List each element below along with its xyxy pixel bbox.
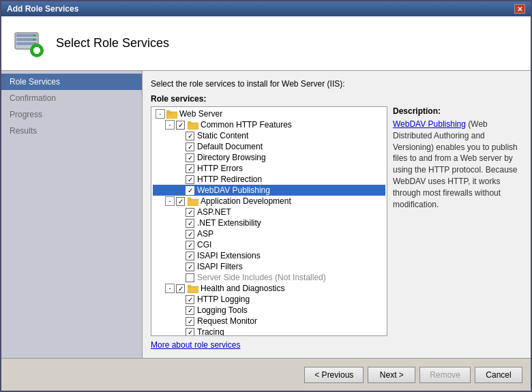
space-5 xyxy=(175,175,184,184)
checkbox-default-doc[interactable] xyxy=(186,142,194,151)
checkbox-cgi[interactable] xyxy=(186,241,194,250)
tree-item-isapi-filters[interactable]: ISAPI Filters xyxy=(153,261,385,272)
space-7 xyxy=(175,207,184,217)
tree-item-common-http[interactable]: - Common HTTP Features xyxy=(153,119,385,130)
expander-app-dev[interactable]: - xyxy=(165,196,175,206)
checkbox-http-redir[interactable] xyxy=(186,175,194,184)
space-4 xyxy=(175,164,184,173)
more-link-row: More about role services xyxy=(151,340,522,350)
checkbox-ssi[interactable] xyxy=(186,273,194,282)
description-panel: Description: WebDAV Publishing (Web Dist… xyxy=(393,106,522,336)
space-16 xyxy=(175,316,184,326)
expander-webserver[interactable]: - xyxy=(156,109,165,119)
remove-button[interactable]: Remove xyxy=(419,367,471,383)
tree-item-ssi[interactable]: Server Side Includes (Not Installed) xyxy=(153,272,385,283)
tree-item-isapi-ext[interactable]: ISAPI Extensions xyxy=(153,250,385,261)
more-about-link[interactable]: More about role services xyxy=(151,340,240,350)
space-10 xyxy=(175,240,184,250)
svg-rect-15 xyxy=(188,199,198,206)
checkbox-isapi-ext[interactable] xyxy=(186,252,194,260)
label-static-content: Static Content xyxy=(197,131,248,140)
svg-rect-18 xyxy=(188,285,191,287)
cancel-button[interactable]: Cancel xyxy=(475,367,522,383)
tree-item-health[interactable]: - Health and Diagnostics xyxy=(153,283,385,294)
tree-item-net-ext[interactable]: .NET Extensibility xyxy=(153,217,385,228)
description-content: WebDAV Publishing (Web Distributed Autho… xyxy=(393,119,522,210)
window-title: Add Role Services xyxy=(7,4,78,14)
label-http-logging: HTTP Logging xyxy=(197,295,250,304)
space-15 xyxy=(175,305,184,315)
checkbox-app-dev[interactable] xyxy=(176,197,185,206)
desc-body: (Web Distributed Authoring and Versionin… xyxy=(393,119,518,209)
space-12 xyxy=(175,262,184,271)
tree-panel[interactable]: - Web Server - Common HTTP Features xyxy=(151,106,387,336)
svg-point-5 xyxy=(33,38,35,40)
header-icon xyxy=(12,27,45,60)
previous-button[interactable]: < Previous xyxy=(304,367,364,383)
desc-link[interactable]: WebDAV Publishing xyxy=(393,119,466,129)
tree-item-cgi[interactable]: CGI xyxy=(153,239,385,250)
tree-item-app-dev[interactable]: - Application Development xyxy=(153,196,385,207)
label-dir-browsing: Directory Browsing xyxy=(197,153,266,162)
label-isapi-ext: ISAPI Extensions xyxy=(197,251,261,260)
main-window: Add Role Services ✕ Select Role Services xyxy=(0,0,532,392)
checkbox-http-errors[interactable] xyxy=(186,164,194,173)
label-aspnet: ASP.NET xyxy=(197,207,231,217)
tree-item-http-errors[interactable]: HTTP Errors xyxy=(153,163,385,174)
checkbox-logging-tools[interactable] xyxy=(186,306,194,315)
expander-health[interactable]: - xyxy=(165,284,175,293)
sidebar-item-confirmation[interactable]: Confirmation xyxy=(1,90,142,106)
checkbox-net-ext[interactable] xyxy=(186,219,194,228)
checkbox-asp[interactable] xyxy=(186,230,194,239)
tree-item-asp[interactable]: ASP xyxy=(153,228,385,239)
expander-common-http[interactable]: - xyxy=(165,120,175,130)
content-area: Role Services Confirmation Progress Resu… xyxy=(1,71,531,358)
checkbox-webdav[interactable] xyxy=(186,186,194,195)
sidebar-item-progress[interactable]: Progress xyxy=(1,106,142,123)
checkbox-health[interactable] xyxy=(176,284,185,293)
tree-item-tracing[interactable]: Tracing xyxy=(153,327,385,336)
tree-item-webdav[interactable]: WebDAV Publishing xyxy=(153,185,385,196)
space-11 xyxy=(175,251,184,260)
space-9 xyxy=(175,229,184,239)
sidebar-item-role-services[interactable]: Role Services xyxy=(1,74,142,90)
svg-rect-13 xyxy=(188,123,198,130)
label-http-redir: HTTP Redirection xyxy=(197,175,262,184)
space-3 xyxy=(175,153,184,162)
close-button[interactable]: ✕ xyxy=(514,4,525,14)
space-14 xyxy=(175,295,184,304)
space-8 xyxy=(175,218,184,228)
checkbox-dir-browsing[interactable] xyxy=(186,153,194,162)
svg-rect-17 xyxy=(188,286,198,293)
tree-item-webserver[interactable]: - Web Server xyxy=(153,108,385,119)
footer: < Previous Next > Remove Cancel xyxy=(1,358,531,391)
space-17 xyxy=(175,327,184,336)
tree-item-http-logging[interactable]: HTTP Logging xyxy=(153,294,385,305)
next-button[interactable]: Next > xyxy=(368,367,415,383)
tree-item-dir-browsing[interactable]: Directory Browsing xyxy=(153,152,385,163)
label-http-errors: HTTP Errors xyxy=(197,164,243,173)
checkbox-common-http[interactable] xyxy=(176,121,185,130)
checkbox-tracing[interactable] xyxy=(186,328,194,337)
folder-icon-2 xyxy=(188,120,198,130)
tree-item-default-doc[interactable]: Default Document xyxy=(153,141,385,152)
tree-item-static-content[interactable]: Static Content xyxy=(153,130,385,141)
label-logging-tools: Logging Tools xyxy=(197,305,248,315)
role-services-label: Role services: xyxy=(151,94,522,104)
sidebar-item-results[interactable]: Results xyxy=(1,123,142,139)
svg-rect-12 xyxy=(166,110,170,112)
checkbox-http-logging[interactable] xyxy=(186,295,194,304)
tree-item-http-redir[interactable]: HTTP Redirection xyxy=(153,174,385,185)
tree-item-aspnet[interactable]: ASP.NET xyxy=(153,207,385,217)
space-13 xyxy=(175,273,184,282)
header-title: Select Role Services xyxy=(56,36,169,50)
checkbox-aspnet[interactable] xyxy=(186,208,194,217)
tree-item-logging-tools[interactable]: Logging Tools xyxy=(153,305,385,316)
sidebar: Role Services Confirmation Progress Resu… xyxy=(1,71,143,358)
checkbox-isapi-filters[interactable] xyxy=(186,262,194,271)
tree-item-request-monitor[interactable]: Request Monitor xyxy=(153,316,385,327)
space-6 xyxy=(175,185,184,195)
checkbox-static-content[interactable] xyxy=(186,132,194,140)
svg-rect-16 xyxy=(188,198,191,200)
checkbox-request-monitor[interactable] xyxy=(186,317,194,326)
